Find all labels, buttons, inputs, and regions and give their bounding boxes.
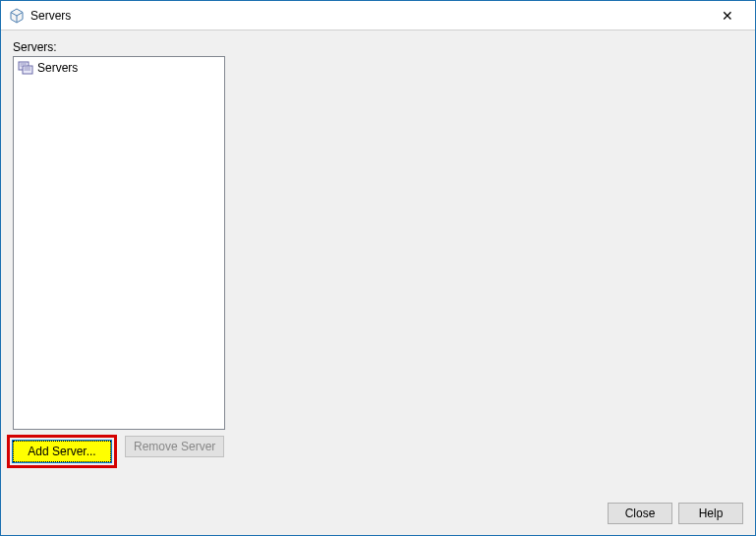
- tree-root-item[interactable]: Servers: [16, 59, 222, 77]
- help-button[interactable]: Help: [678, 503, 743, 524]
- window-close-button[interactable]: ✕: [708, 2, 747, 30]
- close-button[interactable]: Close: [608, 503, 672, 524]
- dialog-footer: Close Help: [1, 492, 755, 535]
- servers-dialog: Servers ✕ Servers: Servers: [0, 0, 756, 536]
- content-area: Servers: Servers Add Server.: [1, 30, 755, 492]
- add-server-highlight: Add Server...: [7, 435, 117, 468]
- servers-label: Servers:: [13, 40, 743, 54]
- tree-button-row: Add Server... Remove Server: [13, 436, 743, 468]
- cube-icon: [9, 8, 25, 24]
- tree-root-label: Servers: [37, 61, 78, 75]
- titlebar: Servers ✕: [1, 1, 755, 30]
- remove-server-button: Remove Server: [125, 436, 224, 457]
- servers-tree[interactable]: Servers: [13, 56, 225, 430]
- window-title: Servers: [30, 9, 708, 23]
- close-icon: ✕: [722, 8, 733, 24]
- servers-group-icon: [18, 60, 33, 76]
- add-server-button[interactable]: Add Server...: [13, 441, 111, 462]
- spacer: [13, 468, 743, 482]
